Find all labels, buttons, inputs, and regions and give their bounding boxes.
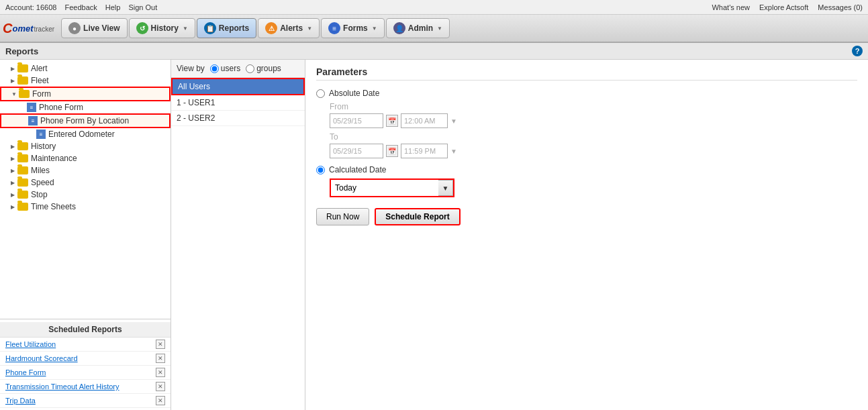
top-bar: Account: 16608 Feedback Help Sign Out Wh… [0, 0, 868, 15]
whats-new-link[interactable]: What's new [712, 3, 750, 11]
schedule-report-button[interactable]: Schedule Report [375, 208, 460, 225]
folder-icon-alert [17, 64, 28, 72]
folder-icon-time-sheets [17, 203, 28, 211]
report-icon-pfbl: ≡ [28, 116, 38, 125]
groups-radio-label[interactable]: groups [246, 64, 281, 73]
tree-arrow-fleet: ▶ [9, 77, 16, 84]
report-icon-phone-form: ≡ [27, 103, 36, 112]
forms-dropdown-arrow: ▼ [372, 25, 377, 32]
scheduled-item-fleet-util: Fleet Utilization ✕ [0, 338, 171, 352]
users-radio[interactable] [210, 64, 219, 73]
tree-label-alert: Alert [31, 64, 48, 73]
main-layout: ▶ Alert ▶ Fleet ▼ Form ▶ ≡ Phone Form [0, 60, 868, 410]
to-label: To [330, 132, 857, 142]
user-item-2[interactable]: 2 - USER2 [171, 111, 305, 126]
tree-item-speed[interactable]: ▶ Speed [0, 176, 171, 189]
calculated-date-input[interactable] [331, 180, 438, 196]
live-view-icon: ● [68, 22, 81, 34]
tree-label-form: Form [32, 89, 51, 99]
explore-link[interactable]: Explore Actsoft [759, 3, 808, 11]
tree-label-odometer: Entered Odometer [48, 130, 115, 139]
scheduled-item-label-trip-data[interactable]: Trip Data [5, 397, 36, 405]
alerts-button[interactable]: ⚠ Alerts ▼ [258, 18, 320, 38]
tree-item-phone-form[interactable]: ▶ ≡ Phone Form [0, 101, 171, 113]
tree-item-fleet[interactable]: ▶ Fleet [0, 74, 171, 87]
view-by-label: View by [177, 64, 205, 73]
users-option-label: users [221, 64, 240, 73]
calculated-date-select-wrap: ▼ [330, 178, 454, 197]
user-item-all[interactable]: All Users [171, 78, 305, 95]
tree-item-maintenance[interactable]: ▶ Maintenance [0, 152, 171, 164]
from-time-input[interactable] [401, 113, 448, 128]
from-date-row: 📅 ▼ [330, 113, 857, 128]
absolute-date-radio[interactable] [316, 89, 325, 98]
help-link[interactable]: Help [105, 3, 121, 11]
report-icon-odometer: ≡ [36, 130, 46, 139]
tree-label-pfbl: Phone Form By Location [40, 116, 129, 125]
users-radio-label[interactable]: users [210, 64, 240, 73]
user-item-1[interactable]: 1 - USER1 [171, 95, 305, 111]
tree-label-maintenance: Maintenance [31, 154, 77, 163]
scheduled-item-label-transmission[interactable]: Transmission Timeout Alert History [5, 382, 119, 391]
folder-icon-maintenance [17, 154, 28, 162]
folder-icon-miles [17, 166, 28, 174]
reports-button[interactable]: 📋 Reports [197, 18, 256, 38]
users-list: All Users 1 - USER1 2 - USER2 [171, 78, 305, 410]
scheduled-item-remove-phone-form[interactable]: ✕ [156, 368, 165, 377]
scheduled-item-remove-transmission[interactable]: ✕ [156, 382, 165, 391]
from-date-input[interactable] [330, 113, 383, 128]
signout-link[interactable]: Sign Out [128, 3, 157, 11]
tree-arrow-history: ▶ [9, 143, 16, 150]
admin-button[interactable]: 👤 Admin ▼ [386, 18, 450, 38]
scheduled-item-transmission: Transmission Timeout Alert History ✕ [0, 380, 171, 394]
alerts-dropdown-arrow: ▼ [307, 25, 312, 32]
feedback-link[interactable]: Feedback [64, 3, 97, 11]
messages-link[interactable]: Messages (0) [818, 3, 863, 11]
tree-item-stop[interactable]: ▶ Stop [0, 189, 171, 201]
absolute-date-radio-row: Absolute Date [316, 89, 857, 98]
forms-button[interactable]: ≡ Forms ▼ [321, 18, 385, 38]
tree-item-alert[interactable]: ▶ Alert [0, 62, 171, 74]
scheduled-item-remove-hardmount[interactable]: ✕ [156, 354, 165, 363]
scheduled-item-label-phone-form[interactable]: Phone Form [5, 368, 46, 376]
run-now-button[interactable]: Run Now [316, 208, 369, 225]
scheduled-item-remove-trip-data[interactable]: ✕ [156, 396, 165, 405]
groups-option-label: groups [256, 64, 281, 73]
to-time-dropdown: ▼ [450, 148, 457, 155]
scheduled-item-label-hardmount[interactable]: Hardmount Scorecard [5, 354, 78, 362]
absolute-date-section: Absolute Date From 📅 ▼ To 📅 ▼ [316, 89, 857, 158]
scheduled-item-label-fleet-util[interactable]: Fleet Utilization [5, 340, 56, 348]
tree-arrow-alert: ▶ [9, 65, 16, 72]
logo: C omet tracker [3, 21, 54, 36]
tree-item-history[interactable]: ▶ History [0, 140, 171, 152]
tree-label-history: History [31, 142, 56, 151]
tree-area: ▶ Alert ▶ Fleet ▼ Form ▶ ≡ Phone Form [0, 60, 171, 319]
tree-item-entered-odometer[interactable]: ▶ ≡ Entered Odometer [0, 128, 171, 140]
tree-arrow-maintenance: ▶ [9, 155, 16, 162]
view-by-bar: View by users groups [171, 60, 305, 78]
forms-icon: ≡ [328, 22, 340, 34]
tree-item-miles[interactable]: ▶ Miles [0, 164, 171, 176]
tree-item-form[interactable]: ▼ Form [0, 87, 171, 101]
from-label: From [330, 102, 857, 111]
tree-item-phone-form-by-location[interactable]: ▶ ≡ Phone Form By Location [0, 113, 171, 128]
tree-arrow-miles: ▶ [9, 167, 16, 174]
to-date-row: 📅 ▼ [330, 144, 857, 158]
folder-icon-form [19, 90, 30, 98]
scheduled-item-remove-fleet-util[interactable]: ✕ [156, 340, 165, 349]
right-panel: Parameters Absolute Date From 📅 ▼ To 📅 [305, 60, 868, 410]
top-bar-left: Account: 16608 Feedback Help Sign Out [5, 3, 157, 11]
params-title: Parameters [316, 66, 857, 81]
help-icon[interactable]: ? [852, 46, 863, 56]
to-time-input[interactable] [401, 144, 448, 158]
live-view-button[interactable]: ● Live View [61, 18, 127, 38]
tree-item-time-sheets[interactable]: ▶ Time Sheets [0, 201, 171, 213]
calculated-date-dropdown-btn[interactable]: ▼ [438, 180, 453, 196]
history-button[interactable]: ↺ History ▼ [129, 18, 195, 38]
reports-icon: 📋 [204, 22, 216, 34]
groups-radio[interactable] [246, 64, 254, 73]
admin-icon: 👤 [393, 22, 405, 34]
history-icon: ↺ [136, 22, 148, 34]
to-date-input[interactable] [330, 144, 383, 158]
calculated-date-radio[interactable] [316, 166, 325, 174]
